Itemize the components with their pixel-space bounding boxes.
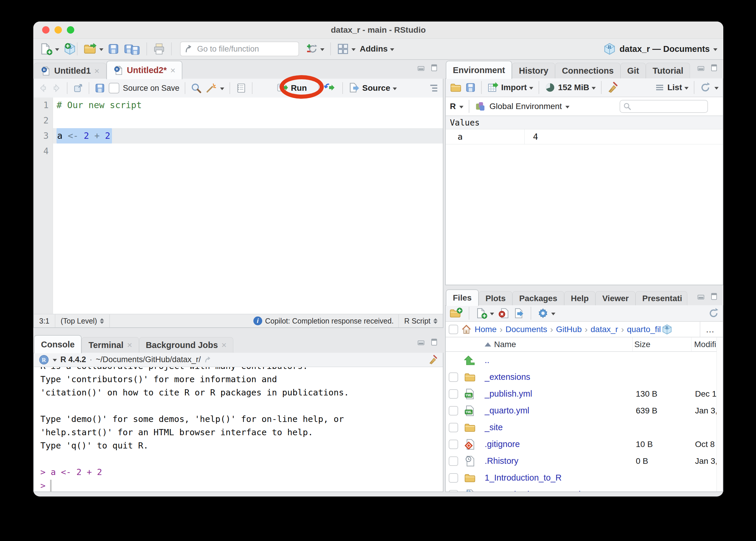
tab-background-jobs[interactable]: Background Jobs	[139, 337, 233, 353]
console-r-caret[interactable]	[53, 359, 57, 361]
file-name[interactable]: _extensions	[485, 372, 530, 382]
close-tab-icon[interactable]	[94, 67, 100, 75]
tab-files[interactable]: Files	[446, 289, 479, 306]
file-row[interactable]: 1_Introduction_to_R.qmd 10.2 KB Jan 3	[446, 486, 723, 491]
clear-environment-broom-icon[interactable]	[607, 82, 619, 93]
file-row[interactable]: _extensions	[446, 369, 723, 385]
tab-untitled2[interactable]: Untitled2*	[106, 61, 183, 79]
breadcrumb-datax-r[interactable]: datax_r	[590, 325, 618, 334]
copy-file-button[interactable]	[514, 307, 525, 319]
minimize-pane-icon[interactable]	[416, 64, 426, 72]
column-header-name[interactable]: Name	[485, 340, 516, 349]
scope-caret[interactable]	[566, 106, 569, 109]
version-control-button[interactable]	[305, 43, 324, 55]
tab-help[interactable]: Help	[564, 291, 596, 305]
version-control-caret[interactable]	[320, 48, 324, 51]
files-scrollbar-track[interactable]	[716, 337, 723, 491]
back-icon[interactable]	[38, 83, 48, 93]
file-checkbox[interactable]	[449, 473, 458, 483]
file-row[interactable]: .gitignore 10 B Oct 8	[446, 436, 723, 453]
tab-console[interactable]: Console	[34, 335, 82, 353]
compile-report-icon[interactable]	[235, 83, 246, 94]
breadcrumb-github[interactable]: GitHub	[556, 325, 581, 334]
project-caret[interactable]	[713, 48, 717, 51]
file-checkbox[interactable]	[449, 456, 458, 466]
open-file-button[interactable]	[83, 42, 104, 55]
file-name[interactable]: _quarto.yml	[485, 406, 530, 415]
load-workspace-folder-icon[interactable]	[450, 82, 462, 93]
new-folder-button[interactable]	[449, 307, 463, 319]
open-in-new-window-icon[interactable]	[73, 83, 83, 93]
environment-entry-row[interactable]: a 4	[446, 129, 723, 144]
maximize-pane-icon[interactable]	[709, 64, 719, 72]
minimize-pane-icon[interactable]	[416, 338, 426, 346]
new-file-caret[interactable]	[55, 48, 59, 51]
file-row[interactable]: .Rhistory 0 B Jan 3,	[446, 453, 723, 469]
minimize-pane-icon[interactable]	[696, 64, 706, 72]
maximize-pane-icon[interactable]	[429, 64, 439, 72]
close-window-button[interactable]	[42, 26, 50, 34]
print-button[interactable]	[153, 43, 165, 55]
new-blank-file-button[interactable]	[475, 307, 494, 319]
breadcrumb-quarto-files[interactable]: quarto_fil	[627, 325, 661, 334]
tab-untitled1[interactable]: Untitled1	[34, 63, 106, 79]
minimize-window-button[interactable]	[55, 26, 62, 34]
code-tools-wand-icon[interactable]	[205, 83, 216, 94]
file-name[interactable]: .Rhistory	[485, 456, 518, 466]
file-checkbox[interactable]	[449, 389, 458, 399]
new-file-button[interactable]	[39, 42, 59, 55]
close-tab-icon[interactable]	[170, 66, 176, 75]
up-directory-icon[interactable]	[464, 354, 476, 366]
new-blank-file-caret[interactable]	[490, 312, 494, 315]
tab-git[interactable]: Git	[620, 63, 646, 78]
file-row[interactable]: YML _publish.yml 130 B Dec 1	[446, 385, 723, 402]
tab-presentation[interactable]: Presentati	[635, 291, 687, 305]
environment-search-input[interactable]	[619, 100, 708, 113]
file-row[interactable]: _site	[446, 419, 723, 436]
forward-icon[interactable]	[52, 83, 62, 93]
open-file-caret[interactable]	[99, 48, 104, 51]
new-project-button[interactable]	[63, 42, 71, 55]
breadcrumb-documents[interactable]: Documents	[506, 325, 548, 334]
delete-file-button[interactable]	[498, 307, 510, 319]
workspace-panes-button[interactable]	[337, 43, 356, 55]
more-file-commands-button[interactable]	[537, 307, 556, 319]
file-row-parent[interactable]: ..	[446, 352, 723, 369]
clear-console-broom-icon[interactable]	[428, 355, 438, 365]
file-checkbox[interactable]	[449, 490, 458, 492]
close-tab-icon[interactable]	[221, 341, 227, 349]
addins-button[interactable]: Addins	[360, 44, 394, 54]
breadcrumb-more-button[interactable]: …	[700, 322, 720, 337]
workspace-panes-caret[interactable]	[351, 48, 356, 51]
list-view-button[interactable]: List	[654, 82, 688, 93]
column-header-size[interactable]: Size	[634, 340, 650, 349]
scope-selector[interactable]: (Top Level)	[55, 314, 110, 327]
maximize-pane-icon[interactable]	[429, 338, 439, 346]
list-caret[interactable]	[684, 87, 688, 90]
file-name[interactable]: 1_Introduction_to_R	[485, 473, 562, 483]
r-logo-icon[interactable]: R	[39, 354, 49, 365]
code-tools-caret[interactable]	[220, 88, 224, 90]
close-tab-icon[interactable]	[127, 341, 132, 349]
home-icon[interactable]	[461, 324, 472, 335]
select-all-checkbox[interactable]	[449, 325, 458, 334]
environment-scope-selector[interactable]: Global Environment	[489, 102, 562, 111]
file-row[interactable]: YML _quarto.yml 639 B Jan 3,	[446, 402, 723, 419]
refresh-environment-icon[interactable]	[700, 82, 711, 93]
source-button[interactable]: Source	[348, 82, 397, 94]
breadcrumb-home[interactable]: Home	[475, 325, 497, 334]
save-button[interactable]	[108, 43, 119, 55]
tab-environment[interactable]: Environment	[446, 61, 512, 79]
file-checkbox[interactable]	[449, 372, 458, 382]
maximize-pane-icon[interactable]	[709, 292, 719, 300]
file-name[interactable]: 1_Introduction_to_R.qmd	[485, 490, 581, 491]
source-on-save-checkbox[interactable]	[109, 83, 119, 93]
minimize-pane-icon[interactable]	[696, 292, 706, 300]
file-checkbox[interactable]	[449, 406, 458, 415]
outline-button[interactable]	[428, 83, 439, 94]
refresh-caret[interactable]	[714, 87, 719, 90]
project-menu-button[interactable]: datax_r — Documents	[603, 42, 717, 55]
import-dataset-button[interactable]: Import	[487, 82, 533, 93]
refresh-files-icon[interactable]	[708, 307, 719, 319]
column-header-modified[interactable]: Modifi	[694, 340, 716, 349]
